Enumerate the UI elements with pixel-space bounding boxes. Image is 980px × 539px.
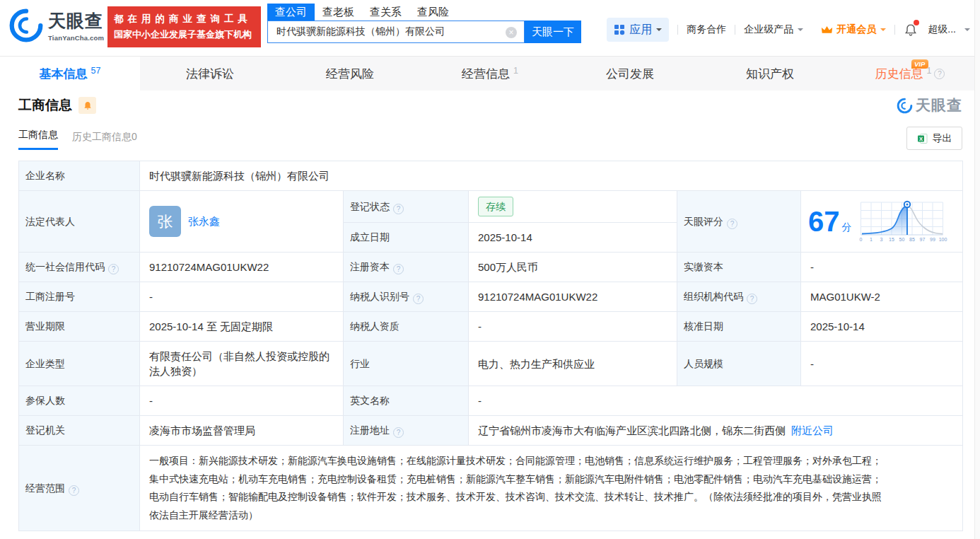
search-input[interactable] — [268, 21, 494, 42]
reg-status-value: 存续 — [469, 191, 677, 223]
search-tab-company[interactable]: 查公司 — [267, 4, 315, 21]
help-icon[interactable]: ? — [413, 294, 424, 304]
svg-text:1: 1 — [870, 237, 873, 242]
notification-dot — [914, 20, 919, 25]
menu-business-cooperation[interactable]: 商务合作 — [687, 23, 726, 36]
excel-icon: X — [917, 133, 928, 144]
logo-icon — [8, 8, 44, 43]
avatar[interactable]: 张 — [149, 206, 181, 237]
tab-history-info[interactable]: 历史信息 1 ? VIP — [840, 57, 980, 91]
subtab-business-info[interactable]: 工商信息 — [18, 129, 58, 150]
table-row: 经营范围? 一般项目：新兴能源技术研发；新能源汽车换电设施销售；在线能源计量技术… — [19, 446, 963, 531]
table-row: 登记机关 凌海市市场监督管理局 注册地址? 辽宁省锦州市凌海市大有临海产业区滨北… — [19, 416, 963, 446]
score-curve-chart: 0 1 3 15 50 85 97 99 100 — [858, 199, 949, 243]
brand-name: 天眼查 — [48, 9, 104, 33]
search-input-box: × — [267, 21, 525, 43]
table-row: 参保人数 - 英文名称 - — [19, 386, 963, 416]
svg-text:3: 3 — [880, 237, 882, 242]
tab-company-development[interactable]: 公司发展 — [560, 57, 700, 91]
status-badge: 存续 — [478, 197, 513, 216]
tab-operation-info[interactable]: 经营信息 1 — [420, 57, 560, 91]
search-tabs: 查公司 查老板 查关系 查风险 — [267, 4, 581, 21]
tab-operation-risk[interactable]: 经营风险 — [280, 57, 420, 91]
brand-domain: TianYanCha.com — [48, 34, 104, 42]
field-label: 纳税人识别号? — [344, 282, 469, 312]
help-icon[interactable]: ? — [747, 294, 757, 304]
field-label: 成立日期 — [344, 223, 469, 253]
slogan-badge: 都在用的商业查询工具 国家中小企业发展子基金旗下机构 — [107, 6, 261, 47]
score-value: 67 — [808, 207, 840, 236]
svg-text:85: 85 — [909, 237, 915, 242]
search-button[interactable]: 天眼一下 — [525, 21, 581, 43]
help-icon[interactable]: ? — [393, 264, 404, 274]
clear-icon[interactable]: × — [506, 27, 517, 38]
field-label: 登记状态? — [344, 191, 469, 223]
tianyancha-logo[interactable]: 天眼查 TianYanCha.com — [8, 8, 104, 43]
main-nav: 基本信息 57 法律诉讼 经营风险 经营信息 1 公司发展 知识产权 历史信息 … — [0, 56, 980, 91]
search-tab-relation[interactable]: 查关系 — [362, 4, 409, 21]
approval-date-value: 2025-10-14 — [801, 312, 963, 342]
paid-capital-value: - — [801, 253, 963, 282]
field-label: 天眼评分? — [677, 191, 801, 253]
company-type-value: 有限责任公司（非自然人投资或控股的法人独资） — [140, 342, 344, 386]
field-label: 经营范围? — [19, 446, 140, 531]
score-cell: 67 分 — [801, 191, 963, 253]
field-label: 注册地址? — [344, 416, 469, 446]
slogan-line1: 都在用的商业查询工具 — [114, 11, 255, 27]
subscribe-bell-icon[interactable] — [78, 97, 96, 114]
help-icon[interactable]: ? — [69, 485, 79, 496]
field-label: 人员规模 — [677, 342, 801, 386]
subtab-history-business-info[interactable]: 历史工商信息0 — [72, 131, 137, 150]
slogan-line2: 国家中小企业发展子基金旗下机构 — [114, 27, 255, 42]
help-icon[interactable]: ? — [393, 427, 404, 438]
field-label: 组织机构代码? — [677, 282, 801, 312]
field-label: 企业类型 — [19, 342, 140, 386]
help-icon[interactable]: ? — [393, 204, 404, 214]
field-label: 行业 — [344, 342, 469, 386]
help-icon[interactable]: ? — [727, 219, 737, 229]
vip-badge: VIP — [911, 59, 928, 69]
table-row: 企业名称 时代骐骥新能源科技（锦州）有限公司 — [19, 161, 963, 191]
english-name-value: - — [469, 386, 963, 416]
help-icon[interactable]: ? — [108, 264, 119, 274]
search-tab-boss[interactable]: 查老板 — [315, 4, 362, 21]
legal-rep-link[interactable]: 张永鑫 — [188, 215, 220, 227]
org-code-value: MAG01UKW-2 — [801, 282, 963, 312]
scrollbar[interactable] — [974, 0, 980, 539]
export-button[interactable]: X 导出 — [906, 127, 962, 150]
menu-enterprise-products[interactable]: 企业级产品 — [744, 23, 803, 36]
apps-menu[interactable]: 应用 — [607, 18, 669, 42]
svg-text:15: 15 — [889, 237, 894, 242]
field-label: 统一社会信用代码? — [19, 253, 140, 282]
field-label: 营业期限 — [19, 312, 140, 342]
taxpayer-id-value: 91210724MAG01UKW22 — [469, 282, 677, 312]
chevron-down-icon — [964, 28, 970, 34]
site-header: 天眼查 TianYanCha.com 都在用的商业查询工具 国家中小企业发展子基… — [0, 0, 980, 56]
search-tab-risk[interactable]: 查风险 — [409, 4, 457, 21]
nearby-companies-link[interactable]: 附近公司 — [791, 424, 834, 436]
svg-text:0: 0 — [859, 237, 862, 242]
chevron-down-icon — [656, 28, 662, 34]
help-icon[interactable]: ? — [934, 69, 945, 79]
legal-rep-cell: 张 张永鑫 — [140, 191, 344, 253]
notification-bell[interactable] — [904, 22, 918, 37]
field-label: 纳税人资质 — [344, 312, 469, 342]
svg-text:X: X — [918, 135, 922, 141]
menu-open-vip[interactable]: 开通会员 — [821, 23, 886, 36]
field-label: 企业名称 — [19, 161, 140, 191]
industry-value: 电力、热力生产和供应业 — [469, 342, 677, 386]
table-row: 工商注册号 - 纳税人识别号? 91210724MAG01UKW22 组织机构代… — [19, 282, 963, 312]
apps-grid-icon — [614, 24, 625, 35]
menu-super-vip[interactable]: 超级... — [928, 23, 970, 36]
tab-basic-info[interactable]: 基本信息 57 — [0, 57, 140, 91]
tab-legal-proceedings[interactable]: 法律诉讼 — [140, 57, 280, 91]
insured-count-value: - — [140, 386, 344, 416]
crown-icon — [821, 25, 833, 35]
field-label: 实缴资本 — [677, 253, 801, 282]
svg-text:50: 50 — [899, 237, 904, 242]
top-menu: 应用 商务合作 企业级产品 开通会员 — [607, 18, 970, 42]
field-label: 核准日期 — [677, 312, 801, 342]
reg-capital-value: 500万人民币 — [469, 253, 677, 282]
business-scope-value: 一般项目：新兴能源技术研发；新能源汽车换电设施销售；在线能源计量技术研发；合同能… — [140, 446, 963, 531]
tab-intellectual-property[interactable]: 知识产权 — [700, 57, 840, 91]
